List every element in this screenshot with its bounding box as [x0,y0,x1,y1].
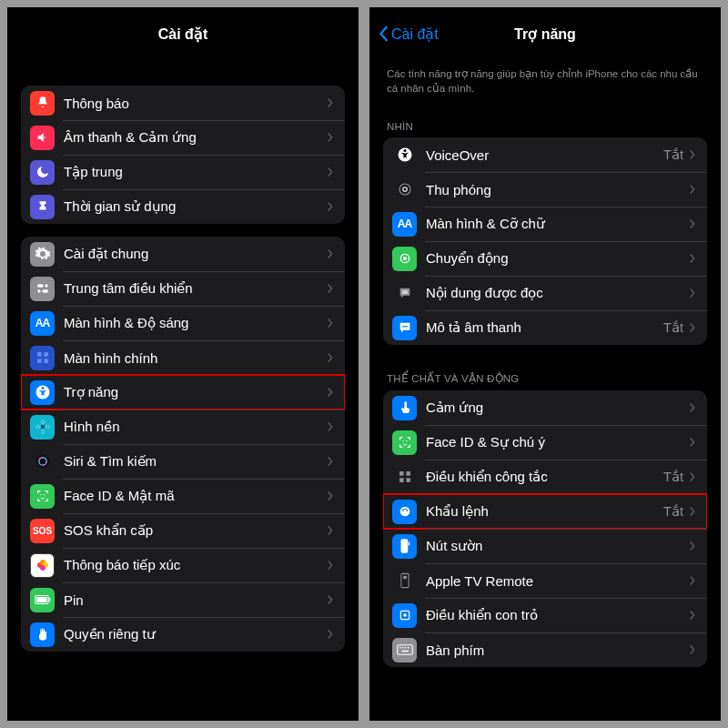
control-center-icon [30,277,55,301]
exposure-icon [30,553,55,578]
section-header: THỂ CHẤT VÀ VẬN ĐỘNG [383,358,707,390]
svg-point-30 [402,187,407,192]
group: VoiceOverTắtThu phóngAAMàn hình & Cỡ chữ… [383,137,707,345]
sos-icon: SOS [30,519,55,543]
svg-rect-7 [44,359,48,363]
row-siri[interactable]: Siri & Tìm kiếm [21,444,345,479]
svg-rect-46 [400,539,408,552]
row-label: Màn hình chính [64,350,327,366]
row-wallpaper[interactable]: Hình nền [21,410,345,444]
chevron-right-icon [327,594,334,605]
svg-rect-56 [408,647,410,649]
chevron-right-icon [689,288,696,298]
chevron-right-icon [327,560,334,571]
row-label: Face ID & Sự chú ý [426,434,689,450]
row-spoken[interactable]: 99Nội dung được đọc [383,276,707,310]
svg-point-10 [40,425,45,430]
row-home-screen[interactable]: Màn hình chính [21,340,345,375]
svg-point-36 [406,326,408,328]
row-label: Mô tả âm thanh [426,319,663,336]
row-label: Bàn phím [426,642,689,658]
voiceover-icon [392,143,417,167]
row-label: Thông báo [64,96,327,111]
svg-point-18 [40,494,41,495]
display-icon: AA [30,311,55,336]
row-label: Apple TV Remote [426,573,689,589]
svg-point-32 [403,257,407,260]
row-focus[interactable]: Tập trung [21,155,345,189]
content-left: Thông báoÂm thanh & Cảm ứngTập trungThời… [7,60,359,721]
svg-text:99: 99 [402,289,408,295]
row-motion[interactable]: Chuyển động [383,241,707,276]
row-face-attention[interactable]: Face ID & Sự chú ý [383,425,707,460]
row-exposure[interactable]: Thông báo tiếp xúc [21,548,345,582]
svg-point-44 [402,510,403,511]
zoom-icon [392,177,417,202]
chevron-right-icon [327,421,334,432]
section-header: NHÌN [383,106,707,137]
wallpaper-icon [30,415,55,440]
row-sos[interactable]: SOSSOS khẩn cấp [21,513,345,548]
touch-icon [392,396,417,420]
row-sounds[interactable]: Âm thanh & Cảm ứng [21,120,345,155]
row-display-text[interactable]: AAMàn hình & Cỡ chữ [383,207,707,241]
row-keyboards[interactable]: Bàn phím [383,632,707,667]
svg-rect-6 [37,359,42,363]
row-voiceover[interactable]: VoiceOverTắt [383,137,707,172]
row-pointer[interactable]: Điều khiển con trỏ [383,598,707,632]
svg-rect-2 [42,289,48,292]
battery-icon [30,588,55,612]
row-label: Thời gian sử dụng [64,198,327,215]
svg-rect-39 [399,471,404,476]
svg-rect-52 [397,645,412,655]
chevron-right-icon [689,506,696,517]
row-control-center[interactable]: Trung tâm điều khiển [21,271,345,306]
row-battery[interactable]: Pin [21,582,345,617]
back-button[interactable]: Cài đặt [379,25,439,43]
row-label: Cảm ứng [426,399,689,416]
row-side-button[interactable]: Nút sườn [383,529,707,563]
svg-point-38 [406,440,407,441]
row-audio-desc[interactable]: Mô tả âm thanhTắt [383,310,707,345]
row-label: Trợ năng [64,384,327,400]
row-label: Face ID & Mật mã [64,488,327,504]
row-label: Màn hình & Độ sáng [64,315,327,331]
row-privacy[interactable]: Quyền riêng tư [21,617,345,652]
row-label: Pin [64,592,327,608]
row-display[interactable]: AAMàn hình & Độ sáng [21,306,345,340]
row-label: Cài đặt chung [64,246,327,262]
row-faceid[interactable]: Face ID & Mật mã [21,479,345,513]
row-general[interactable]: Cài đặt chung [21,237,345,271]
row-label: Trung tâm điều khiển [64,280,327,297]
svg-point-12 [41,430,44,434]
row-value: Tắt [663,504,683,519]
row-screentime[interactable]: Thời gian sử dụng [21,189,345,224]
svg-point-43 [399,507,410,517]
audio-desc-icon [392,316,417,340]
row-zoom[interactable]: Thu phóng [383,172,707,207]
row-label: Siri & Tìm kiếm [64,453,327,470]
faceid-icon [30,484,55,509]
phone-left: Cài đặt Thông báoÂm thanh & Cảm ứngTập t… [7,7,359,721]
row-voice-control[interactable]: Khẩu lệnhTắt [383,494,707,529]
svg-point-11 [41,420,44,425]
row-apple-tv[interactable]: Apple TV Remote [383,563,707,598]
chevron-right-icon [327,490,334,501]
chevron-right-icon [689,322,696,333]
svg-rect-0 [37,284,44,287]
row-accessibility[interactable]: Trợ năng [21,375,345,410]
chevron-right-icon [689,149,696,160]
chevron-right-icon [327,525,334,536]
svg-point-45 [406,510,407,511]
description-text: Các tính năng trợ năng giúp bạn tùy chỉn… [383,60,707,106]
chevron-right-icon [689,184,696,195]
content-right: Các tính năng trợ năng giúp bạn tùy chỉn… [369,60,721,721]
privacy-icon [30,622,55,647]
group-left-0: Thông báoÂm thanh & Cảm ứngTập trungThời… [21,86,345,224]
row-switch-control[interactable]: Điều khiển công tắcTắt [383,460,707,494]
home-screen-icon [30,346,55,370]
chevron-right-icon [327,201,334,212]
phone-right: Cài đặt Trợ năng Các tính năng trợ năng … [369,7,721,721]
row-notifications[interactable]: Thông báo [21,86,345,120]
row-touch[interactable]: Cảm ứng [383,390,707,425]
